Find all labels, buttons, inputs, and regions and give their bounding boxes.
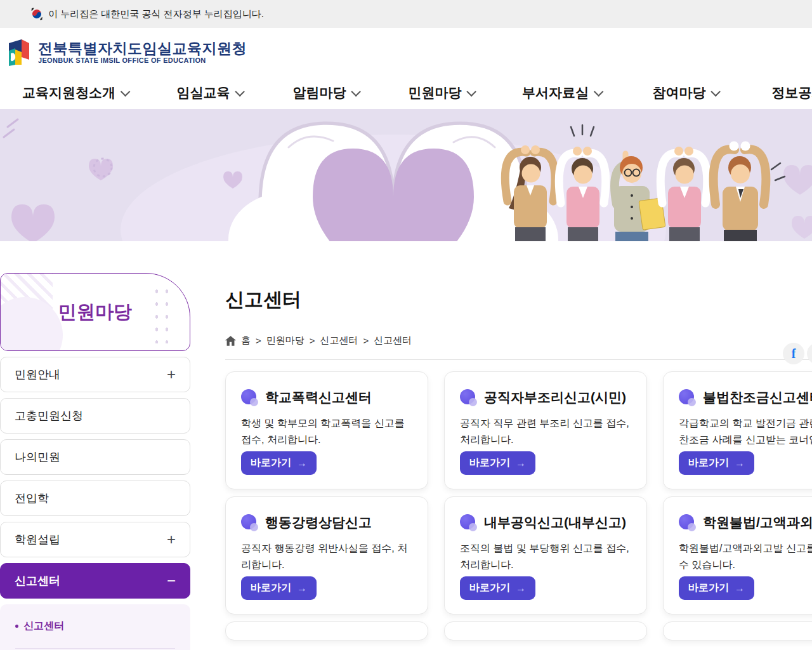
chevron-down-icon — [710, 86, 721, 96]
nav-item-civil-service[interactable]: 민원마당 — [409, 76, 474, 109]
card-title: 행동강령상담신고 — [265, 514, 372, 531]
nav-item-imsil-education[interactable]: 임실교육 — [177, 76, 242, 109]
card-official-misconduct: 공직자부조리신고(시민) 공직자 직무 관련 부조리 신고를 접수,처리합니다.… — [444, 371, 647, 489]
chevron-down-icon — [235, 86, 245, 96]
sidebar-item-my-civil[interactable]: 나의민원 — [0, 439, 190, 475]
breadcrumb-civil[interactable]: 민원마당 — [266, 335, 304, 347]
nav-item-info-disclosure[interactable]: 정보공개 — [772, 76, 812, 109]
purple-blob-icon — [679, 514, 695, 531]
logo-mark-icon — [5, 38, 32, 66]
sidebar-item-grievance[interactable]: 고충민원신청 — [0, 398, 190, 434]
card-title: 학원불법/고액과외고발신고 — [703, 514, 812, 531]
card-description: 학생 및 학부모의 학교폭력을 신고를 접수, 처리합니다. — [241, 415, 412, 449]
purple-blob-icon — [241, 389, 258, 406]
card-title: 학교폭력신고센터 — [265, 388, 372, 406]
circle-decoration — [0, 297, 63, 351]
sidebar-title: 민원마당 — [58, 300, 132, 325]
card-partial — [663, 621, 812, 640]
breadcrumb-current: 신고센터 — [374, 335, 412, 347]
sidebar-item-label: 민원안내 — [15, 367, 60, 382]
plus-icon[interactable]: + — [167, 531, 176, 548]
sidebar-subitem-report-center[interactable]: 신고센터 — [15, 620, 175, 633]
sidebar-subitem-label: 신고센터 — [23, 620, 64, 633]
card-partial — [225, 621, 428, 640]
arrow-right-icon: → — [297, 458, 307, 469]
sidebar-item-civil-guide[interactable]: 민원안내 + — [0, 357, 190, 392]
sidebar-title-box: 민원마당 — [0, 273, 190, 351]
card-description: 학원불법/고액과외고발 신고를 접수할 수 있습니다. — [679, 540, 812, 574]
go-label: 바로가기 — [251, 581, 291, 595]
sidebar-item-transfer[interactable]: 전입학 — [0, 481, 190, 516]
go-label: 바로가기 — [251, 456, 291, 470]
gov-banner: 이 누리집은 대한민국 공식 전자정부 누리집입니다. — [0, 0, 812, 28]
nav-label: 교육지원청소개 — [22, 84, 115, 102]
minus-icon[interactable]: − — [167, 572, 176, 590]
submenu-divider — [15, 648, 175, 649]
site-logo[interactable]: 전북특별자치도임실교육지원청 JEONBUK STATE IMSIL OFFIC… — [5, 38, 247, 66]
nav-label: 정보공개 — [772, 84, 812, 102]
report-card-grid: 학교폭력신고센터 학생 및 학부모의 학교폭력을 신고를 접수, 처리합니다. … — [225, 371, 812, 640]
chevron-down-icon — [351, 86, 361, 96]
nav-label: 임실교육 — [177, 84, 230, 102]
org-name-ko: 전북특별자치도임실교육지원청 — [38, 40, 247, 56]
go-label: 바로가기 — [688, 456, 729, 470]
sidebar-item-label: 고충민원신청 — [15, 408, 83, 423]
nav-label: 알림마당 — [293, 84, 346, 102]
nav-item-department-data[interactable]: 부서자료실 — [522, 76, 601, 109]
main-content: 신고센터 홈 > 민원마당 > 신고센터 > 신고센터 f — [225, 241, 812, 640]
card-description: 공직자 직무 관련 부조리 신고를 접수,처리합니다. — [460, 415, 631, 449]
arrow-right-icon: → — [516, 583, 526, 594]
arrow-right-icon: → — [735, 458, 745, 469]
card-description: 공직자 행동강령 위반사실을 접수, 처리합니다. — [241, 540, 412, 574]
home-icon[interactable] — [225, 336, 236, 346]
nav-item-participation[interactable]: 참여마당 — [653, 76, 718, 109]
content-divider — [225, 359, 812, 360]
arrow-right-icon: → — [516, 458, 526, 469]
hero-banner — [0, 109, 812, 241]
go-label: 바로가기 — [469, 581, 510, 595]
chevron-down-icon — [594, 86, 604, 96]
go-button[interactable]: 바로가기 → — [460, 576, 535, 600]
card-title: 내부공익신고(내부신고) — [484, 514, 626, 531]
purple-blob-icon — [679, 389, 695, 406]
dots-decoration — [152, 285, 173, 343]
breadcrumb-separator: > — [256, 335, 261, 346]
go-button[interactable]: 바로가기 → — [460, 451, 535, 475]
heart-hands-illustration — [0, 109, 812, 241]
go-button[interactable]: 바로가기 → — [679, 451, 754, 475]
facebook-share-button[interactable]: f — [783, 343, 804, 364]
sidebar-item-label: 나의민원 — [15, 449, 60, 465]
breadcrumb-separator: > — [363, 335, 369, 346]
card-title: 공직자부조리신고(시민) — [484, 388, 626, 406]
card-description: 조직의 불법 및 부당행위 신고를 접수, 처리합니다. — [460, 540, 631, 574]
breadcrumb-report-center[interactable]: 신고센터 — [320, 335, 358, 347]
plus-icon[interactable]: + — [167, 366, 176, 383]
card-code-of-conduct: 행동강령상담신고 공직자 행동강령 위반사실을 접수, 처리합니다. 바로가기 … — [225, 496, 428, 614]
page-title: 신고센터 — [225, 287, 812, 313]
nav-label: 부서자료실 — [522, 84, 589, 102]
korean-flag-icon — [30, 8, 43, 20]
nav-item-office-intro[interactable]: 교육지원청소개 — [22, 76, 128, 109]
breadcrumb-separator: > — [310, 335, 315, 346]
card-internal-whistleblow: 내부공익신고(내부신고) 조직의 불법 및 부당행위 신고를 접수, 처리합니다… — [444, 496, 647, 614]
arrow-right-icon: → — [297, 583, 307, 594]
sidebar: 민원마당 민원안내 + 고충민원신청 나의민원 전입학 — [0, 273, 190, 650]
sidebar-item-label: 신고센터 — [15, 573, 60, 588]
purple-blob-icon — [460, 389, 476, 406]
gov-banner-text: 이 누리집은 대한민국 공식 전자정부 누리집입니다. — [48, 8, 264, 20]
breadcrumb-home[interactable]: 홈 — [241, 335, 251, 347]
go-button[interactable]: 바로가기 → — [241, 576, 317, 600]
bullet-icon — [15, 625, 18, 628]
sidebar-item-label: 학원설립 — [15, 532, 60, 547]
card-academy-illegal-tutoring: 학원불법/고액과외고발신고 학원불법/고액과외고발 신고를 접수할 수 있습니다… — [663, 496, 812, 614]
card-partial — [444, 621, 647, 640]
org-name-en: JEONBUK STATE IMSIL OFFICE OF EDUCATION — [38, 56, 247, 64]
go-button[interactable]: 바로가기 → — [241, 451, 317, 475]
site-header: 전북특별자치도임실교육지원청 JEONBUK STATE IMSIL OFFIC… — [0, 28, 812, 76]
sidebar-item-academy[interactable]: 학원설립 + — [0, 522, 190, 557]
page: 이 누리집은 대한민국 공식 전자정부 누리집입니다. 전북특별자치도임실교육지… — [0, 0, 812, 650]
nav-item-notice[interactable]: 알림마당 — [293, 76, 358, 109]
go-label: 바로가기 — [469, 456, 510, 470]
go-button[interactable]: 바로가기 → — [679, 576, 754, 600]
sidebar-item-report-center[interactable]: 신고센터 − — [0, 563, 190, 599]
